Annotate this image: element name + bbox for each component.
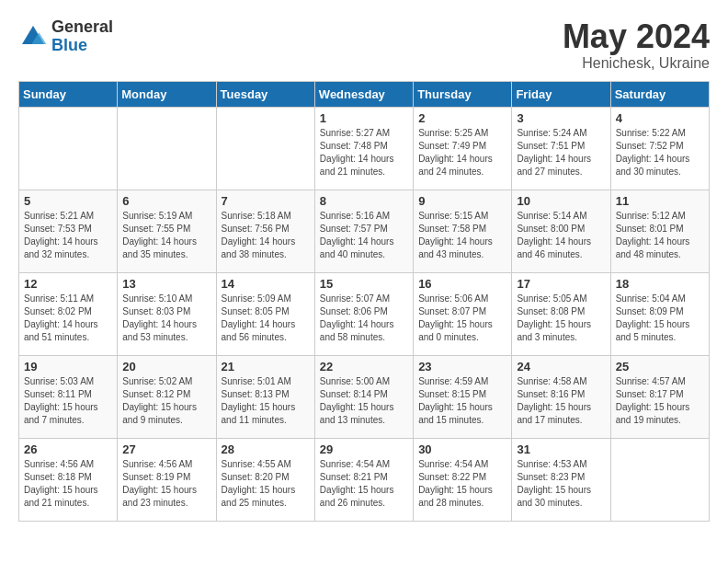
calendar-cell: 2Sunrise: 5:25 AMSunset: 7:49 PMDaylight… [414, 107, 512, 190]
day-number: 1 [320, 111, 408, 125]
day-info: Sunrise: 4:56 AMSunset: 8:18 PMDaylight:… [24, 458, 112, 510]
day-info: Sunrise: 5:19 AMSunset: 7:55 PMDaylight:… [122, 210, 210, 261]
day-info: Sunrise: 5:06 AMSunset: 8:07 PMDaylight:… [418, 293, 506, 344]
calendar-cell: 10Sunrise: 5:14 AMSunset: 8:00 PMDayligh… [512, 190, 610, 272]
day-number: 18 [616, 277, 704, 291]
day-number: 2 [418, 111, 506, 125]
day-number: 11 [616, 194, 704, 208]
day-number: 24 [517, 360, 605, 373]
day-number: 17 [517, 277, 605, 291]
day-number: 26 [24, 442, 112, 456]
day-number: 20 [122, 360, 210, 373]
calendar-cell: 14Sunrise: 5:09 AMSunset: 8:05 PMDayligh… [216, 272, 314, 355]
calendar-cell: 29Sunrise: 4:54 AMSunset: 8:21 PMDayligh… [314, 438, 413, 521]
day-info: Sunrise: 5:05 AMSunset: 8:08 PMDaylight:… [517, 293, 605, 344]
day-info: Sunrise: 4:53 AMSunset: 8:23 PMDaylight:… [517, 458, 605, 510]
calendar-cell [610, 438, 709, 521]
calendar-cell: 28Sunrise: 4:55 AMSunset: 8:20 PMDayligh… [216, 438, 314, 521]
day-number: 22 [320, 360, 408, 373]
day-number: 21 [222, 360, 310, 373]
logo-blue-label: Blue [51, 37, 113, 55]
day-info: Sunrise: 5:22 AMSunset: 7:52 PMDaylight:… [616, 127, 704, 178]
day-number: 3 [517, 111, 605, 125]
day-number: 25 [616, 360, 704, 373]
month-year-title: May 2024 [563, 18, 710, 55]
calendar-cell: 18Sunrise: 5:04 AMSunset: 8:09 PMDayligh… [610, 272, 709, 355]
calendar-cell: 9Sunrise: 5:15 AMSunset: 7:58 PMDaylight… [414, 190, 512, 272]
day-number: 16 [418, 277, 506, 291]
logo-general-label: General [51, 18, 113, 37]
day-number: 29 [320, 442, 408, 456]
calendar-table: SundayMondayTuesdayWednesdayThursdayFrid… [18, 81, 710, 522]
day-info: Sunrise: 4:57 AMSunset: 8:17 PMDaylight:… [616, 375, 704, 427]
day-info: Sunrise: 5:18 AMSunset: 7:56 PMDaylight:… [222, 210, 310, 261]
day-number: 9 [418, 194, 506, 208]
weekday-header-friday: Friday [512, 81, 610, 107]
day-number: 19 [24, 360, 112, 373]
weekday-header-thursday: Thursday [414, 81, 512, 107]
calendar-cell: 25Sunrise: 4:57 AMSunset: 8:17 PMDayligh… [610, 355, 709, 438]
day-info: Sunrise: 5:16 AMSunset: 7:57 PMDaylight:… [320, 210, 408, 261]
calendar-week-row: 1Sunrise: 5:27 AMSunset: 7:48 PMDaylight… [19, 107, 710, 190]
day-number: 30 [418, 442, 506, 456]
day-number: 13 [122, 277, 210, 291]
weekday-header-sunday: Sunday [19, 81, 118, 107]
calendar-cell: 8Sunrise: 5:16 AMSunset: 7:57 PMDaylight… [314, 190, 413, 272]
calendar-cell: 21Sunrise: 5:01 AMSunset: 8:13 PMDayligh… [216, 355, 314, 438]
calendar-cell: 26Sunrise: 4:56 AMSunset: 8:18 PMDayligh… [19, 438, 118, 521]
day-info: Sunrise: 5:00 AMSunset: 8:14 PMDaylight:… [320, 375, 408, 427]
day-info: Sunrise: 4:56 AMSunset: 8:19 PMDaylight:… [122, 458, 210, 510]
weekday-header-row: SundayMondayTuesdayWednesdayThursdayFrid… [19, 81, 710, 107]
calendar-cell: 19Sunrise: 5:03 AMSunset: 8:11 PMDayligh… [19, 355, 118, 438]
day-info: Sunrise: 5:15 AMSunset: 7:58 PMDaylight:… [418, 210, 506, 261]
calendar-cell: 12Sunrise: 5:11 AMSunset: 8:02 PMDayligh… [19, 272, 118, 355]
day-info: Sunrise: 5:25 AMSunset: 7:49 PMDaylight:… [418, 127, 506, 178]
day-info: Sunrise: 5:21 AMSunset: 7:53 PMDaylight:… [24, 210, 112, 261]
calendar-cell: 23Sunrise: 4:59 AMSunset: 8:15 PMDayligh… [414, 355, 512, 438]
calendar-week-row: 12Sunrise: 5:11 AMSunset: 8:02 PMDayligh… [19, 272, 710, 355]
day-number: 27 [122, 442, 210, 456]
calendar-cell: 27Sunrise: 4:56 AMSunset: 8:19 PMDayligh… [118, 438, 216, 521]
day-number: 12 [24, 277, 112, 291]
day-info: Sunrise: 5:27 AMSunset: 7:48 PMDaylight:… [320, 127, 408, 178]
calendar-cell: 3Sunrise: 5:24 AMSunset: 7:51 PMDaylight… [512, 107, 610, 190]
calendar-cell: 31Sunrise: 4:53 AMSunset: 8:23 PMDayligh… [512, 438, 610, 521]
logo-text: General Blue [51, 18, 113, 55]
day-number: 6 [122, 194, 210, 208]
day-number: 31 [517, 442, 605, 456]
day-info: Sunrise: 5:14 AMSunset: 8:00 PMDaylight:… [517, 210, 605, 261]
day-info: Sunrise: 5:24 AMSunset: 7:51 PMDaylight:… [517, 127, 605, 178]
day-info: Sunrise: 5:09 AMSunset: 8:05 PMDaylight:… [222, 293, 310, 344]
logo-icon [18, 22, 48, 52]
calendar-cell: 20Sunrise: 5:02 AMSunset: 8:12 PMDayligh… [118, 355, 216, 438]
calendar-cell: 4Sunrise: 5:22 AMSunset: 7:52 PMDaylight… [610, 107, 709, 190]
day-number: 8 [320, 194, 408, 208]
logo: General Blue [18, 18, 113, 55]
calendar-cell: 1Sunrise: 5:27 AMSunset: 7:48 PMDaylight… [314, 107, 413, 190]
day-info: Sunrise: 5:01 AMSunset: 8:13 PMDaylight:… [222, 375, 310, 427]
day-info: Sunrise: 5:11 AMSunset: 8:02 PMDaylight:… [24, 293, 112, 344]
day-info: Sunrise: 5:02 AMSunset: 8:12 PMDaylight:… [122, 375, 210, 427]
day-info: Sunrise: 5:12 AMSunset: 8:01 PMDaylight:… [616, 210, 704, 261]
calendar-cell: 11Sunrise: 5:12 AMSunset: 8:01 PMDayligh… [610, 190, 709, 272]
weekday-header-saturday: Saturday [610, 81, 709, 107]
day-number: 23 [418, 360, 506, 373]
calendar-cell: 30Sunrise: 4:54 AMSunset: 8:22 PMDayligh… [414, 438, 512, 521]
calendar-cell: 16Sunrise: 5:06 AMSunset: 8:07 PMDayligh… [414, 272, 512, 355]
day-info: Sunrise: 4:54 AMSunset: 8:22 PMDaylight:… [418, 458, 506, 510]
calendar-week-row: 19Sunrise: 5:03 AMSunset: 8:11 PMDayligh… [19, 355, 710, 438]
day-number: 28 [222, 442, 310, 456]
weekday-header-wednesday: Wednesday [314, 81, 413, 107]
day-info: Sunrise: 4:59 AMSunset: 8:15 PMDaylight:… [418, 375, 506, 427]
day-info: Sunrise: 4:58 AMSunset: 8:16 PMDaylight:… [517, 375, 605, 427]
day-number: 14 [222, 277, 310, 291]
calendar-cell: 17Sunrise: 5:05 AMSunset: 8:08 PMDayligh… [512, 272, 610, 355]
calendar-cell [118, 107, 216, 190]
calendar-cell [216, 107, 314, 190]
calendar-cell: 15Sunrise: 5:07 AMSunset: 8:06 PMDayligh… [314, 272, 413, 355]
location-subtitle: Henichesk, Ukraine [563, 55, 710, 72]
page-header: General Blue May 2024 Henichesk, Ukraine [18, 18, 710, 72]
calendar-cell: 22Sunrise: 5:00 AMSunset: 8:14 PMDayligh… [314, 355, 413, 438]
day-number: 5 [24, 194, 112, 208]
calendar-cell: 13Sunrise: 5:10 AMSunset: 8:03 PMDayligh… [118, 272, 216, 355]
